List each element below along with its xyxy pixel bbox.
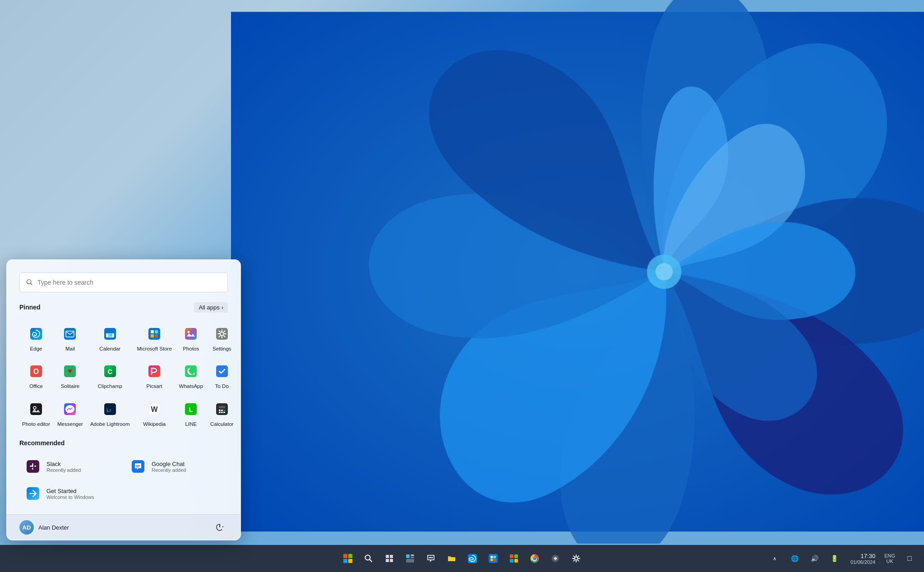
messenger-label: Messenger <box>57 421 83 428</box>
svg-point-2 <box>656 263 673 280</box>
photos-icon <box>181 324 200 343</box>
wallpaper <box>231 0 924 544</box>
solitaire-icon: ♥ <box>60 362 79 381</box>
user-info[interactable]: AD Alan Dexter <box>19 520 69 535</box>
search-icon <box>26 279 33 286</box>
language-indicator[interactable]: ENG UK <box>882 553 897 564</box>
svg-rect-5 <box>30 328 42 340</box>
office-label: Office <box>29 383 43 390</box>
pinned-app-wikipedia[interactable]: WWikipedia <box>134 395 175 431</box>
rec-item-slack[interactable]: SlackRecently added <box>19 454 123 479</box>
svg-point-18 <box>188 331 190 333</box>
taskbar-msstore2[interactable] <box>505 549 523 567</box>
time-display: 17:30 <box>850 553 875 559</box>
pinned-section-header: Pinned All apps › <box>19 302 228 313</box>
svg-text:C: C <box>107 368 112 375</box>
pinned-app-settings[interactable]: Settings <box>208 320 236 356</box>
power-button[interactable] <box>212 519 228 535</box>
taskbar-widgets[interactable] <box>401 549 419 567</box>
pinned-app-photoeditor[interactable]: Photo editor <box>19 395 53 431</box>
pinned-title: Pinned <box>19 304 41 311</box>
svg-text:W: W <box>151 406 158 413</box>
svg-rect-57 <box>348 554 352 558</box>
svg-rect-76 <box>490 556 493 558</box>
clipchamp-icon: C <box>101 362 120 381</box>
svg-rect-29 <box>216 365 228 377</box>
svg-text:L: L <box>189 406 193 413</box>
pinned-app-office[interactable]: OOffice <box>19 357 53 393</box>
network-icon[interactable]: 🌐 <box>785 549 804 567</box>
store-label: Microsoft Store <box>137 346 172 352</box>
pinned-apps-grid: EdgeMail10CalendarMicrosoft StorePhotosS… <box>19 320 228 431</box>
taskbar-center <box>339 549 585 567</box>
pinned-app-messenger[interactable]: Messenger <box>55 395 86 431</box>
pinned-app-store[interactable]: Microsoft Store <box>134 320 175 356</box>
svg-rect-67 <box>411 554 414 556</box>
rec-slack-sub: Recently added <box>46 467 81 473</box>
clock[interactable]: 17:30 01/06/2024 <box>847 553 879 565</box>
pinned-app-edge[interactable]: Edge <box>19 320 53 356</box>
rec-googlechat-sub: Recently added <box>152 467 186 473</box>
pinned-app-photos[interactable]: Photos <box>176 320 206 356</box>
pinned-app-todo[interactable]: To Do <box>208 357 236 393</box>
todo-label: To Do <box>215 383 229 390</box>
svg-rect-59 <box>348 559 352 563</box>
svg-point-72 <box>432 557 433 558</box>
rec-item-googlechat[interactable]: Google ChatRecently added <box>125 454 228 479</box>
picsart-icon <box>145 362 164 381</box>
wikipedia-label: Wikipedia <box>143 421 166 428</box>
mail-label: Mail <box>65 346 75 352</box>
pinned-app-whatsapp[interactable]: WhatsApp <box>176 357 206 393</box>
battery-icon[interactable]: 🔋 <box>825 549 843 567</box>
pinned-app-lightroom[interactable]: LrAdobe Lightroom <box>88 395 133 431</box>
svg-rect-77 <box>494 556 496 558</box>
notification-icon[interactable]: □ <box>901 549 919 567</box>
photos-label: Photos <box>183 346 199 352</box>
taskbar-task-view[interactable] <box>380 549 398 567</box>
taskbar-right: ∧ 🌐 🔊 🔋 17:30 01/06/2024 ENG UK □ <box>766 549 919 567</box>
taskbar-start[interactable] <box>339 549 357 567</box>
svg-rect-62 <box>386 555 389 558</box>
svg-rect-58 <box>343 559 347 563</box>
taskbar-file-explorer[interactable] <box>443 549 461 567</box>
photoeditor-icon <box>27 400 46 419</box>
recommended-section-header: Recommended <box>19 439 228 447</box>
date-display: 01/06/2024 <box>850 559 875 565</box>
volume-icon[interactable]: 🔊 <box>805 549 823 567</box>
taskbar-edge-taskbar[interactable] <box>463 549 481 567</box>
pinned-app-mail[interactable]: Mail <box>55 320 86 356</box>
lightroom-label: Adobe Lightroom <box>90 421 130 428</box>
desktop: Pinned All apps › EdgeMail10CalendarMicr… <box>0 0 924 572</box>
svg-text:♥: ♥ <box>68 367 73 375</box>
rec-slack-icon <box>25 458 41 475</box>
svg-rect-13 <box>151 330 154 333</box>
svg-rect-83 <box>514 559 518 563</box>
search-input[interactable] <box>37 279 221 286</box>
svg-rect-80 <box>510 554 513 558</box>
svg-text:10: 10 <box>108 333 112 337</box>
pinned-app-clipchamp[interactable]: CClipchamp <box>88 357 133 393</box>
taskbar-app2[interactable] <box>546 549 564 567</box>
pinned-app-solitaire[interactable]: ♥Solitaire <box>55 357 86 393</box>
pinned-app-line[interactable]: LLINE <box>176 395 206 431</box>
svg-point-70 <box>429 557 430 558</box>
rec-item-getstarted[interactable]: Get StartedWelcome to Windows <box>19 481 123 506</box>
svg-rect-49 <box>32 468 33 470</box>
pinned-app-calculator[interactable]: Calculator <box>208 395 236 431</box>
pinned-app-calendar[interactable]: 10Calendar <box>88 320 133 356</box>
taskbar-chat[interactable] <box>422 549 440 567</box>
svg-rect-73 <box>448 558 455 561</box>
svg-rect-15 <box>151 334 154 337</box>
search-bar[interactable] <box>19 272 228 292</box>
taskbar-search[interactable] <box>360 549 378 567</box>
taskbar-store-taskbar[interactable] <box>484 549 502 567</box>
svg-rect-82 <box>510 559 513 563</box>
svg-rect-78 <box>490 559 493 562</box>
taskbar-chrome[interactable] <box>526 549 544 567</box>
svg-point-85 <box>533 557 536 560</box>
svg-rect-39 <box>216 403 228 415</box>
all-apps-button[interactable]: All apps › <box>194 302 228 313</box>
taskbar-settings-taskbar[interactable] <box>567 549 585 567</box>
pinned-app-picsart[interactable]: Picsart <box>134 357 175 393</box>
tray-chevron[interactable]: ∧ <box>766 549 784 567</box>
